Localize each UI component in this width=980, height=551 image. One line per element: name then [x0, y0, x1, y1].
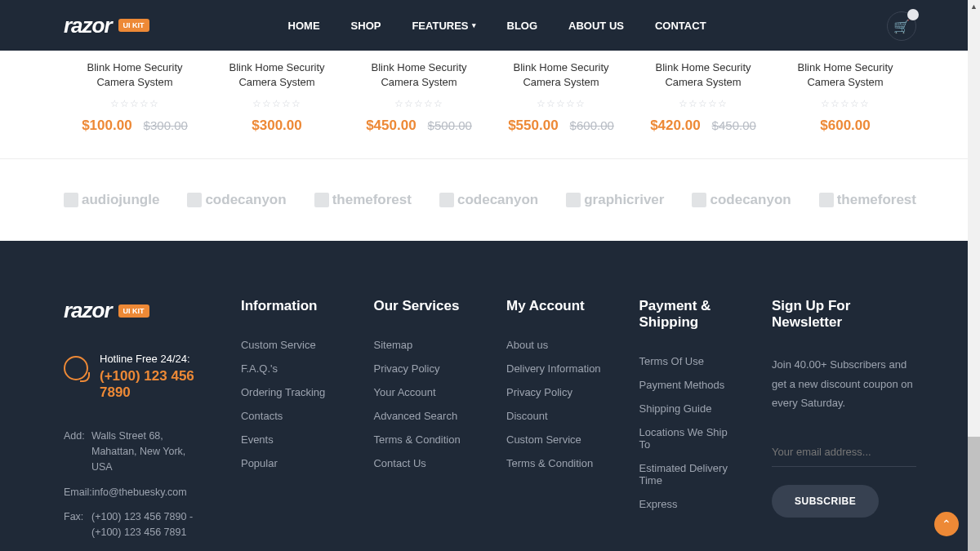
product-old-price: $450.00 — [712, 118, 756, 132]
footer-link[interactable]: Custom Service — [241, 339, 341, 351]
chevron-down-icon: ▾ — [472, 21, 476, 29]
footer-col-title: Payment & Shipping — [639, 298, 740, 331]
rating-stars: ☆☆☆☆☆ — [639, 98, 768, 109]
nav-blog[interactable]: BLOG — [507, 20, 538, 32]
footer-col-title: My Account — [506, 298, 607, 314]
footer-link[interactable]: Locations We Ship To — [639, 426, 740, 451]
product-title: Blink Home Security Camera System — [497, 60, 626, 90]
product-price: $100.00 — [82, 118, 131, 134]
footer-link[interactable]: Delivery Information — [506, 362, 607, 375]
brand-icon — [314, 193, 329, 207]
product-card[interactable]: Blink Home Security Camera System ☆☆☆☆☆ … — [490, 60, 632, 134]
brand-icon — [64, 193, 78, 207]
footer-link[interactable]: Custom Service — [506, 433, 607, 446]
footer-link[interactable]: Events — [241, 433, 341, 446]
footer-link[interactable]: Payment Methods — [639, 379, 740, 391]
product-old-price: $600.00 — [570, 118, 614, 132]
footer-link[interactable]: Your Account — [373, 386, 474, 398]
subscribe-button[interactable]: SUBSCRIBE — [772, 485, 879, 518]
product-title: Blink Home Security Camera System — [781, 60, 910, 90]
product-price: $600.00 — [820, 118, 870, 134]
footer-col: My AccountAbout usDelivery InformationPr… — [506, 298, 607, 550]
product-card[interactable]: Blink Home Security Camera System ☆☆☆☆☆ … — [348, 60, 490, 134]
nav-home[interactable]: HOME — [288, 20, 320, 32]
footer-link[interactable]: Contact Us — [373, 457, 474, 469]
brand-icon — [187, 193, 202, 207]
scrollbar-thumb[interactable] — [968, 437, 980, 551]
brand-icon — [692, 193, 706, 207]
footer-link[interactable]: About us — [506, 339, 607, 351]
contact-fax: Fax:(+100) 123 456 7890 - (+100) 123 456… — [64, 509, 208, 540]
footer-link[interactable]: Terms Of Use — [639, 355, 740, 367]
newsletter-text: Join 40.00+ Subscribers and get a new di… — [772, 355, 916, 412]
scrollbar-up-arrow[interactable]: ▲ — [968, 0, 980, 12]
logo[interactable]: razor UI KIT — [64, 13, 149, 38]
scroll-to-top-button[interactable]: ⌃ — [934, 512, 959, 536]
product-title: Blink Home Security Camera System — [70, 60, 199, 90]
footer-col: InformationCustom ServiceF.A.Q.'sOrderin… — [241, 298, 341, 550]
newsletter-col: Sign Up For Newsletter Join 40.00+ Subsc… — [772, 298, 916, 550]
brand-logo[interactable]: themeforest — [819, 192, 916, 208]
product-old-price: $500.00 — [428, 118, 472, 132]
cart-badge — [907, 9, 919, 20]
brand-logos: audiojunglecodecanyonthemeforestcodecany… — [0, 158, 980, 241]
footer-link[interactable]: Ordering Tracking — [241, 386, 341, 398]
main-nav: HOME SHOP FEATURES▾ BLOG ABOUT US CONTAC… — [288, 20, 706, 32]
brand-logo[interactable]: audiojungle — [64, 192, 159, 208]
nav-features[interactable]: FEATURES▾ — [412, 20, 475, 32]
brand-logo[interactable]: codecanyon — [439, 192, 538, 208]
headset-icon — [64, 356, 88, 380]
product-card[interactable]: Blink Home Security Camera System ☆☆☆☆☆ … — [632, 60, 774, 134]
product-price: $550.00 — [508, 118, 558, 134]
newsletter-email-input[interactable] — [772, 438, 916, 467]
nav-contact[interactable]: CONTACT — [655, 20, 706, 32]
cart-button[interactable]: 🛒 — [887, 11, 916, 41]
footer-link[interactable]: Privacy Policy — [373, 362, 474, 375]
footer-link[interactable]: Popular — [241, 457, 341, 469]
rating-stars: ☆☆☆☆☆ — [70, 98, 199, 109]
footer-link[interactable]: Privacy Policy — [506, 386, 607, 398]
brand-logo[interactable]: codecanyon — [692, 192, 791, 208]
rating-stars: ☆☆☆☆☆ — [354, 98, 483, 109]
product-card[interactable]: Blink Home Security Camera System ☆☆☆☆☆ … — [64, 60, 206, 134]
logo-badge: UI KIT — [118, 19, 149, 32]
contact-email: Email:info@thebuesky.com — [64, 485, 208, 500]
product-title: Blink Home Security Camera System — [354, 60, 483, 90]
product-card[interactable]: Blink Home Security Camera System ☆☆☆☆☆ … — [206, 60, 348, 134]
brand-logo[interactable]: codecanyon — [187, 192, 286, 208]
hotline-label: Hotline Free 24/24: — [100, 353, 208, 365]
cart-icon: 🛒 — [893, 19, 910, 34]
product-price: $420.00 — [650, 118, 700, 134]
footer-logo[interactable]: razor UI KIT — [64, 298, 208, 323]
product-price: $300.00 — [252, 118, 301, 134]
footer-link[interactable]: Terms & Condition — [506, 457, 607, 469]
footer-link[interactable]: Advanced Search — [373, 410, 474, 422]
rating-stars: ☆☆☆☆☆ — [212, 98, 341, 109]
rating-stars: ☆☆☆☆☆ — [781, 98, 910, 109]
product-price: $450.00 — [366, 118, 416, 134]
header: razor UI KIT HOME SHOP FEATURES▾ BLOG AB… — [0, 0, 980, 51]
footer-link[interactable]: Discount — [506, 410, 607, 422]
footer-link[interactable]: F.A.Q.'s — [241, 362, 341, 375]
footer-link[interactable]: Estimated Delivery Time — [639, 462, 740, 487]
footer-link[interactable]: Shipping Guide — [639, 402, 740, 415]
nav-about[interactable]: ABOUT US — [568, 20, 624, 32]
footer-link[interactable]: Sitemap — [373, 339, 474, 351]
footer-link[interactable]: Terms & Condition — [373, 433, 474, 446]
product-grid: Blink Home Security Camera System ☆☆☆☆☆ … — [0, 51, 980, 158]
brand-icon — [566, 193, 581, 207]
product-old-price: $300.00 — [144, 118, 188, 132]
hotline-number[interactable]: (+100) 123 456 7890 — [100, 368, 208, 401]
nav-shop[interactable]: SHOP — [351, 20, 381, 32]
footer-link[interactable]: Contacts — [241, 410, 341, 422]
brand-logo[interactable]: themeforest — [314, 192, 412, 208]
scrollbar[interactable]: ▲ — [968, 0, 980, 551]
newsletter-title: Sign Up For Newsletter — [772, 298, 916, 331]
product-card[interactable]: Blink Home Security Camera System ☆☆☆☆☆ … — [774, 60, 916, 134]
footer-link[interactable]: Express — [639, 498, 740, 510]
footer-col: Our ServicesSitemapPrivacy PolicyYour Ac… — [373, 298, 474, 550]
brand-logo[interactable]: graphicriver — [566, 192, 664, 208]
footer: razor UI KIT Hotline Free 24/24: (+100) … — [0, 241, 980, 551]
brand-icon — [439, 193, 454, 207]
footer-contact-col: razor UI KIT Hotline Free 24/24: (+100) … — [64, 298, 208, 550]
